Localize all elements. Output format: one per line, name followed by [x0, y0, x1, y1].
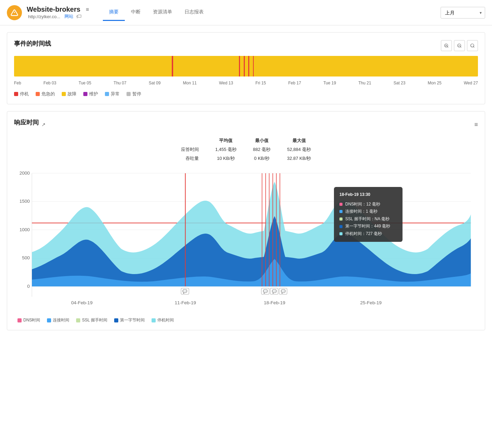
svg-point-9	[471, 44, 474, 47]
svg-text:💬: 💬	[272, 289, 277, 294]
chart-legend-connect: 连接时间	[47, 317, 69, 323]
svg-text:1000: 1000	[20, 227, 30, 232]
svg-line-7	[460, 47, 461, 48]
svg-text:18-Feb-19: 18-Feb-19	[264, 300, 285, 305]
timeline-label: Feb 03	[44, 81, 56, 85]
legend-down: 停机	[14, 91, 29, 97]
timeline-label: Wed 13	[219, 81, 233, 85]
site-link[interactable]: 网站	[64, 13, 73, 20]
site-url: http://zylker.co...	[28, 14, 60, 19]
external-link-icon[interactable]: ↗	[41, 122, 46, 127]
tab-logs[interactable]: 日志报表	[178, 4, 210, 21]
timeline-label: Mon 11	[183, 81, 197, 85]
incident-marker	[248, 56, 249, 76]
incident-marker	[239, 56, 240, 76]
tooltip-row-ttfb: 第一字节时间：449 毫秒	[339, 223, 397, 230]
legend-trouble: 故障	[62, 91, 76, 97]
stats-col-avg: 平均值	[207, 136, 245, 145]
incident-marker	[244, 56, 245, 76]
timeline-label: Tue 05	[79, 81, 91, 85]
timeline-label: Sat 09	[149, 81, 161, 85]
stats-row1-min: 882 毫秒	[245, 145, 279, 154]
tooltip-row-dns: DNS时间：12 毫秒	[339, 201, 397, 208]
tooltip-row-ssl: SSL 握手时间：NA 毫秒	[339, 215, 397, 223]
tooltip-row-downtime: 停机时间：727 毫秒	[339, 230, 397, 238]
chart-tooltip: 18-Feb-19 13:30 DNS时间：12 毫秒 连接时间：1 毫秒 SS…	[334, 187, 403, 242]
site-name: Website-brokers	[27, 5, 80, 13]
stats-row2-max: 32.87 KB/秒	[279, 154, 319, 163]
svg-text:💬: 💬	[263, 289, 268, 294]
svg-line-3	[447, 47, 448, 48]
timeline-card: 事件的时间线	[7, 32, 485, 104]
svg-text:0: 0	[27, 284, 30, 289]
tag-icon[interactable]: 🏷	[76, 13, 82, 20]
tooltip-title: 18-Feb-19 13:30	[339, 191, 397, 199]
chart-legend-ssl: SSL 握手时间	[76, 317, 107, 323]
period-select[interactable]: 上月 本月 本周 今天 自定义	[441, 7, 485, 19]
chart-legend: DNS时间 连接时间 SSL 握手时间 第一字节时间 停机时间	[14, 317, 478, 323]
timeline-legend: 停机 危急的 故障 维护 异常	[14, 91, 478, 97]
timeline-label: Thu 21	[358, 81, 371, 85]
stats-row1-max: 52,884 毫秒	[279, 145, 319, 154]
timeline-label: Sat 23	[394, 81, 406, 85]
stats-col-max: 最大值	[279, 136, 319, 145]
response-time-title: 响应时间	[14, 118, 39, 127]
timeline-label: Wed 27	[464, 81, 478, 85]
svg-text:04-Feb-19: 04-Feb-19	[71, 300, 93, 305]
svg-text:500: 500	[22, 255, 30, 260]
zoom-out-button[interactable]	[454, 40, 465, 51]
tab-outages[interactable]: 中断	[125, 4, 147, 21]
timeline-bar	[14, 56, 478, 76]
stats-row2-avg: 10 KB/秒	[207, 154, 245, 163]
legend-suspend: 暂停	[127, 91, 141, 97]
timeline-label: Fri 15	[255, 81, 266, 85]
timeline-label: Thu 07	[113, 81, 126, 85]
legend-anomaly: 异常	[105, 91, 120, 97]
zoom-in-button[interactable]	[441, 40, 452, 51]
legend-maintenance: 维护	[83, 91, 98, 97]
legend-critical: 危急的	[36, 91, 55, 97]
tab-inventory[interactable]: 资源清单	[147, 4, 178, 21]
incident-marker	[253, 56, 254, 76]
timeline-label: Feb	[14, 81, 21, 85]
site-logo	[7, 5, 22, 20]
svg-text:25-Feb-19: 25-Feb-19	[360, 300, 382, 305]
stats-row2-min: 0 KB/秒	[245, 154, 279, 163]
more-options-icon[interactable]: ≡	[474, 121, 478, 128]
stats-col-empty	[173, 136, 207, 145]
svg-text:💬: 💬	[182, 289, 187, 294]
svg-text:2000: 2000	[20, 170, 30, 176]
svg-text:💬: 💬	[281, 289, 286, 294]
menu-icon[interactable]: ≡	[86, 7, 89, 13]
response-time-chart: 2000 1500 1000 500 0 04-Feb-19 11-Feb-19…	[14, 170, 478, 314]
svg-text:11-Feb-19: 11-Feb-19	[175, 300, 196, 305]
stats-row1-label: 应答时间	[173, 145, 207, 154]
incident-marker	[172, 56, 173, 76]
chart-legend-ttfb: 第一字节时间	[114, 317, 145, 323]
chart-legend-dns: DNS时间	[17, 317, 40, 323]
timeline-label: Feb 17	[288, 81, 301, 85]
timeline-label: Tue 19	[323, 81, 336, 85]
response-time-card: 响应时间 ↗ ≡ 平均值 最小值 最大值	[7, 111, 485, 330]
tooltip-row-connect: 连接时间：1 毫秒	[339, 208, 397, 215]
timeline-labels: Feb Feb 03 Tue 05 Thu 07 Sat 09 Mon 11 W…	[14, 79, 478, 87]
chart-legend-downtime: 停机时间	[152, 317, 174, 323]
svg-text:1500: 1500	[20, 199, 30, 204]
search-button[interactable]	[467, 40, 478, 51]
stats-row2-label: 吞吐量	[173, 154, 207, 163]
svg-line-10	[473, 47, 475, 48]
timeline-label: Mon 25	[428, 81, 442, 85]
stats-row1-avg: 1,455 毫秒	[207, 145, 245, 154]
stats-col-min: 最小值	[245, 136, 279, 145]
timeline-title: 事件的时间线	[14, 39, 51, 48]
nav-tabs: 摘要 中断 资源清单 日志报表	[103, 4, 210, 21]
tab-summary[interactable]: 摘要	[103, 4, 125, 21]
